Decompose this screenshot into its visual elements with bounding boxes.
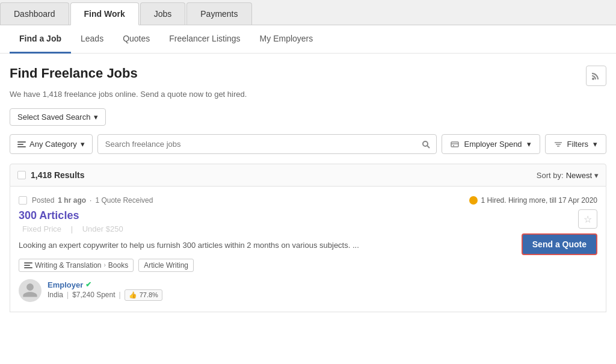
category-label: Any Category: [29, 140, 77, 149]
employer-name-row: Employer ✔: [48, 280, 162, 289]
saved-search-label: Select Saved Search: [17, 113, 90, 122]
employer-info: Employer ✔ India | $7,240 Spent | 👍 77.8…: [48, 280, 162, 301]
search-row: Any Category ▾ Employer Spen: [10, 134, 606, 154]
job-left: 300 Articles Fixed Price | Under $250 Lo…: [19, 209, 512, 279]
employer-rating: 77.8%: [140, 291, 158, 298]
top-nav: Dashboard Find Work Jobs Payments: [0, 0, 616, 25]
main-container: Dashboard Find Work Jobs Payments Find a…: [0, 0, 616, 364]
category-button[interactable]: Any Category ▾: [10, 134, 93, 154]
page-content: Find Freelance Jobs We have 1,418 freela…: [0, 54, 616, 324]
chevron-down-icon: ▾: [527, 140, 531, 149]
send-quote-button[interactable]: Send a Quote: [522, 233, 597, 255]
sort-value[interactable]: Newest: [566, 171, 592, 180]
tag-article-writing[interactable]: Article Writing: [138, 259, 194, 272]
chevron-down-icon: ▾: [593, 140, 597, 149]
results-header: 1,418 Results Sort by: Newest ▾: [10, 164, 606, 187]
tag-writing-translation[interactable]: Writing & Translation › Books: [19, 259, 134, 272]
tag-label-3: Article Writing: [144, 261, 188, 270]
job-hiring-text: 1 Hired. Hiring more, till 17 Apr 2020: [481, 196, 597, 205]
employer-name[interactable]: Employer: [48, 280, 83, 289]
sort-by-row: Sort by: Newest ▾: [537, 171, 599, 180]
saved-search-button[interactable]: Select Saved Search ▾: [10, 108, 106, 126]
search-button[interactable]: [415, 134, 437, 154]
job-tags: Writing & Translation › Books Article Wr…: [19, 259, 512, 272]
tab-findwork[interactable]: Find Work: [70, 2, 139, 25]
employer-country: India: [48, 291, 63, 299]
job-price-range: Under $250: [82, 224, 123, 233]
page-header: Find Freelance Jobs: [10, 66, 606, 86]
tab-payments[interactable]: Payments: [186, 2, 251, 25]
employer-avatar: [19, 279, 42, 302]
job-price-type: Fixed Price: [22, 224, 61, 233]
page-title: Find Freelance Jobs: [10, 66, 138, 81]
chevron-down-icon: ▾: [81, 140, 85, 149]
svg-point-0: [592, 78, 594, 80]
job-price: Fixed Price | Under $250: [19, 224, 512, 233]
filters-label: Filters: [567, 140, 588, 149]
tab-dashboard[interactable]: Dashboard: [0, 2, 69, 25]
subnav-find-a-job[interactable]: Find a Job: [10, 25, 71, 54]
subnav-quotes[interactable]: Quotes: [113, 25, 159, 54]
thumbs-up-icon: 👍: [129, 291, 137, 299]
results-count-label: 1,418 Results: [31, 170, 85, 180]
subnav-freelancer-listings[interactable]: Freelancer Listings: [159, 25, 250, 54]
employer-details: India | $7,240 Spent | 👍 77.8%: [48, 289, 162, 301]
dot-separator: ·: [90, 196, 91, 205]
filters-icon: [554, 140, 562, 149]
pipe-2: |: [119, 291, 121, 299]
employer-spend-icon: [451, 140, 459, 149]
svg-rect-3: [451, 142, 458, 147]
select-all-checkbox[interactable]: [17, 171, 26, 179]
tag-chevron-icon: ›: [104, 262, 106, 268]
subnav-my-employers[interactable]: My Employers: [250, 25, 323, 54]
chevron-down-icon[interactable]: ▾: [594, 171, 599, 180]
tag-label-1: Writing & Translation: [35, 261, 102, 270]
rss-button[interactable]: [586, 66, 606, 86]
employer-spend-label: Employer Spend: [464, 140, 522, 149]
subnav-leads[interactable]: Leads: [71, 25, 113, 54]
hired-icon: [469, 196, 478, 205]
svg-point-1: [423, 141, 428, 146]
filters-button[interactable]: Filters ▾: [545, 134, 606, 154]
tab-jobs[interactable]: Jobs: [140, 2, 186, 25]
job-description: Looking an expert copywriter to help us …: [19, 239, 512, 251]
sub-nav: Find a Job Leads Quotes Freelancer Listi…: [0, 25, 616, 54]
list-icon: [17, 141, 26, 147]
employer-spent: $7,240 Spent: [72, 291, 115, 299]
job-hiring: 1 Hired. Hiring more, till 17 Apr 2020: [469, 196, 597, 205]
job-quotes: 1 Quote Received: [95, 196, 153, 205]
verified-icon: ✔: [85, 280, 91, 289]
employer-spend-button[interactable]: Employer Spend ▾: [442, 134, 540, 154]
job-posted-label: Posted: [32, 196, 54, 205]
job-time-ago: 1 hr ago: [58, 196, 86, 205]
job-card: Posted 1 hr ago · 1 Quote Received 1 Hir…: [10, 187, 606, 312]
chevron-down-icon: ▾: [94, 113, 98, 122]
job-title[interactable]: 300 Articles: [19, 209, 512, 222]
star-button[interactable]: ☆: [578, 209, 597, 229]
search-input-wrap: [97, 134, 437, 154]
tag-label-2: Books: [108, 261, 128, 270]
page-subtitle: We have 1,418 freelance jobs online. Sen…: [10, 90, 606, 99]
pipe-1: |: [67, 291, 69, 299]
sort-by-label: Sort by:: [537, 171, 564, 180]
job-meta: Posted 1 hr ago · 1 Quote Received: [32, 196, 153, 205]
svg-line-2: [427, 146, 430, 148]
tag-list-icon: [24, 262, 32, 268]
avatar-icon: [22, 282, 38, 299]
employer-row: Employer ✔ India | $7,240 Spent | 👍 77.8…: [19, 279, 597, 302]
job-actions: ☆ Send a Quote: [522, 209, 597, 255]
search-input[interactable]: [97, 134, 437, 154]
employer-rating-badge: 👍 77.8%: [125, 289, 162, 301]
job-main: 300 Articles Fixed Price | Under $250 Lo…: [19, 209, 597, 279]
job-checkbox[interactable]: [19, 196, 27, 205]
job-card-top: Posted 1 hr ago · 1 Quote Received 1 Hir…: [19, 196, 597, 205]
star-icon: ☆: [584, 214, 592, 225]
results-count-row: 1,418 Results: [17, 170, 85, 180]
